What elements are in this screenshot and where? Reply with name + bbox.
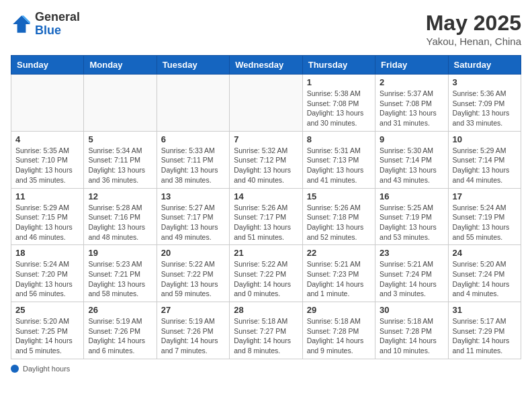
- day-info: Sunrise: 5:38 AMSunset: 7:08 PMDaylight:…: [307, 89, 371, 128]
- day-info: Sunrise: 5:21 AMSunset: 7:23 PMDaylight:…: [307, 259, 371, 299]
- day-number: 20: [161, 248, 225, 258]
- calendar-cell: 27Sunrise: 5:19 AMSunset: 7:26 PMDayligh…: [157, 302, 229, 359]
- day-info: Sunrise: 5:35 AMSunset: 7:10 PMDaylight:…: [15, 146, 79, 185]
- calendar-cell: 28Sunrise: 5:18 AMSunset: 7:27 PMDayligh…: [230, 302, 302, 359]
- day-number: 23: [380, 248, 443, 258]
- footer-dot-icon: [11, 365, 19, 373]
- day-info: Sunrise: 5:32 AMSunset: 7:12 PMDaylight:…: [234, 146, 298, 185]
- day-number: 7: [234, 134, 298, 144]
- logo-general-text: General: [35, 10, 80, 24]
- logo: General Blue: [11, 11, 80, 38]
- day-info: Sunrise: 5:20 AMSunset: 7:24 PMDaylight:…: [453, 259, 517, 299]
- calendar-cell: [11, 75, 84, 132]
- day-info: Sunrise: 5:21 AMSunset: 7:24 PMDaylight:…: [380, 259, 443, 299]
- calendar-cell: [230, 75, 302, 132]
- day-number: 6: [161, 134, 225, 144]
- day-info: Sunrise: 5:26 AMSunset: 7:17 PMDaylight:…: [234, 203, 298, 242]
- day-info: Sunrise: 5:19 AMSunset: 7:26 PMDaylight:…: [161, 316, 225, 356]
- calendar-week-row: 1Sunrise: 5:38 AMSunset: 7:08 PMDaylight…: [11, 75, 521, 132]
- calendar-header: SundayMondayTuesdayWednesdayThursdayFrid…: [11, 56, 521, 75]
- day-info: Sunrise: 5:20 AMSunset: 7:25 PMDaylight:…: [15, 316, 79, 356]
- day-number: 15: [307, 191, 371, 201]
- day-info: Sunrise: 5:31 AMSunset: 7:13 PMDaylight:…: [307, 146, 371, 185]
- calendar-cell: 12Sunrise: 5:28 AMSunset: 7:16 PMDayligh…: [84, 188, 157, 245]
- day-info: Sunrise: 5:24 AMSunset: 7:19 PMDaylight:…: [453, 203, 517, 242]
- page-subtitle: Yakou, Henan, China: [426, 36, 521, 47]
- day-info: Sunrise: 5:18 AMSunset: 7:27 PMDaylight:…: [234, 316, 298, 356]
- day-info: Sunrise: 5:29 AMSunset: 7:14 PMDaylight:…: [453, 146, 517, 185]
- calendar-cell: 21Sunrise: 5:22 AMSunset: 7:22 PMDayligh…: [230, 245, 302, 302]
- svg-marker-0: [13, 15, 30, 33]
- logo-text: General Blue: [35, 11, 80, 38]
- day-info: Sunrise: 5:22 AMSunset: 7:22 PMDaylight:…: [234, 259, 298, 299]
- day-number: 3: [453, 77, 517, 87]
- calendar-cell: 23Sunrise: 5:21 AMSunset: 7:24 PMDayligh…: [375, 245, 448, 302]
- calendar-cell: 10Sunrise: 5:29 AMSunset: 7:14 PMDayligh…: [448, 131, 521, 188]
- logo-blue-text: Blue: [35, 24, 61, 37]
- page-header: General Blue May 2025 Yakou, Henan, Chin…: [11, 11, 521, 47]
- day-info: Sunrise: 5:17 AMSunset: 7:29 PMDaylight:…: [453, 316, 517, 356]
- calendar-cell: 30Sunrise: 5:18 AMSunset: 7:28 PMDayligh…: [375, 302, 448, 359]
- day-of-week-header: Tuesday: [157, 56, 229, 75]
- calendar-cell: 13Sunrise: 5:27 AMSunset: 7:17 PMDayligh…: [157, 188, 229, 245]
- calendar-cell: 31Sunrise: 5:17 AMSunset: 7:29 PMDayligh…: [448, 302, 521, 359]
- day-number: 4: [15, 134, 79, 144]
- day-number: 14: [234, 191, 298, 201]
- day-info: Sunrise: 5:18 AMSunset: 7:28 PMDaylight:…: [380, 316, 443, 356]
- calendar-cell: 1Sunrise: 5:38 AMSunset: 7:08 PMDaylight…: [302, 75, 375, 132]
- day-info: Sunrise: 5:36 AMSunset: 7:09 PMDaylight:…: [453, 89, 517, 128]
- calendar-cell: 11Sunrise: 5:29 AMSunset: 7:15 PMDayligh…: [11, 188, 84, 245]
- calendar-cell: 19Sunrise: 5:23 AMSunset: 7:21 PMDayligh…: [84, 245, 157, 302]
- title-block: May 2025 Yakou, Henan, China: [426, 11, 521, 47]
- day-info: Sunrise: 5:33 AMSunset: 7:11 PMDaylight:…: [161, 146, 225, 185]
- calendar-cell: 16Sunrise: 5:25 AMSunset: 7:19 PMDayligh…: [375, 188, 448, 245]
- calendar-week-row: 11Sunrise: 5:29 AMSunset: 7:15 PMDayligh…: [11, 188, 521, 245]
- calendar-cell: 22Sunrise: 5:21 AMSunset: 7:23 PMDayligh…: [302, 245, 375, 302]
- calendar-cell: 7Sunrise: 5:32 AMSunset: 7:12 PMDaylight…: [230, 131, 302, 188]
- calendar-cell: 6Sunrise: 5:33 AMSunset: 7:11 PMDaylight…: [157, 131, 229, 188]
- calendar-week-row: 4Sunrise: 5:35 AMSunset: 7:10 PMDaylight…: [11, 131, 521, 188]
- calendar-footer: Daylight hours: [11, 365, 521, 373]
- day-number: 26: [88, 305, 152, 315]
- day-of-week-header: Monday: [84, 56, 157, 75]
- calendar-cell: 25Sunrise: 5:20 AMSunset: 7:25 PMDayligh…: [11, 302, 84, 359]
- day-info: Sunrise: 5:25 AMSunset: 7:19 PMDaylight:…: [380, 203, 443, 242]
- calendar-cell: 8Sunrise: 5:31 AMSunset: 7:13 PMDaylight…: [302, 131, 375, 188]
- day-number: 28: [234, 305, 298, 315]
- footer-label: Daylight hours: [23, 365, 70, 373]
- day-number: 16: [380, 191, 443, 201]
- page-title: May 2025: [426, 11, 521, 36]
- days-of-week-row: SundayMondayTuesdayWednesdayThursdayFrid…: [11, 56, 521, 75]
- day-info: Sunrise: 5:26 AMSunset: 7:18 PMDaylight:…: [307, 203, 371, 242]
- day-number: 5: [88, 134, 152, 144]
- calendar-cell: 5Sunrise: 5:34 AMSunset: 7:11 PMDaylight…: [84, 131, 157, 188]
- day-info: Sunrise: 5:37 AMSunset: 7:08 PMDaylight:…: [380, 89, 443, 128]
- day-number: 1: [307, 77, 371, 87]
- day-info: Sunrise: 5:28 AMSunset: 7:16 PMDaylight:…: [88, 203, 152, 242]
- day-number: 24: [453, 248, 517, 258]
- calendar-week-row: 18Sunrise: 5:24 AMSunset: 7:20 PMDayligh…: [11, 245, 521, 302]
- day-number: 18: [15, 248, 79, 258]
- day-number: 22: [307, 248, 371, 258]
- day-number: 9: [380, 134, 443, 144]
- calendar-cell: 26Sunrise: 5:19 AMSunset: 7:26 PMDayligh…: [84, 302, 157, 359]
- calendar-cell: 14Sunrise: 5:26 AMSunset: 7:17 PMDayligh…: [230, 188, 302, 245]
- day-number: 2: [380, 77, 443, 87]
- day-number: 12: [88, 191, 152, 201]
- day-number: 27: [161, 305, 225, 315]
- day-number: 30: [380, 305, 443, 315]
- day-number: 25: [15, 305, 79, 315]
- day-of-week-header: Sunday: [11, 56, 84, 75]
- calendar-cell: 3Sunrise: 5:36 AMSunset: 7:09 PMDaylight…: [448, 75, 521, 132]
- day-number: 29: [307, 305, 371, 315]
- day-number: 13: [161, 191, 225, 201]
- day-number: 8: [307, 134, 371, 144]
- day-info: Sunrise: 5:23 AMSunset: 7:21 PMDaylight:…: [88, 259, 152, 299]
- day-number: 19: [88, 248, 152, 258]
- day-info: Sunrise: 5:18 AMSunset: 7:28 PMDaylight:…: [307, 316, 371, 356]
- calendar-cell: 24Sunrise: 5:20 AMSunset: 7:24 PMDayligh…: [448, 245, 521, 302]
- day-number: 17: [453, 191, 517, 201]
- day-of-week-header: Wednesday: [230, 56, 302, 75]
- calendar-week-row: 25Sunrise: 5:20 AMSunset: 7:25 PMDayligh…: [11, 302, 521, 359]
- calendar-cell: 17Sunrise: 5:24 AMSunset: 7:19 PMDayligh…: [448, 188, 521, 245]
